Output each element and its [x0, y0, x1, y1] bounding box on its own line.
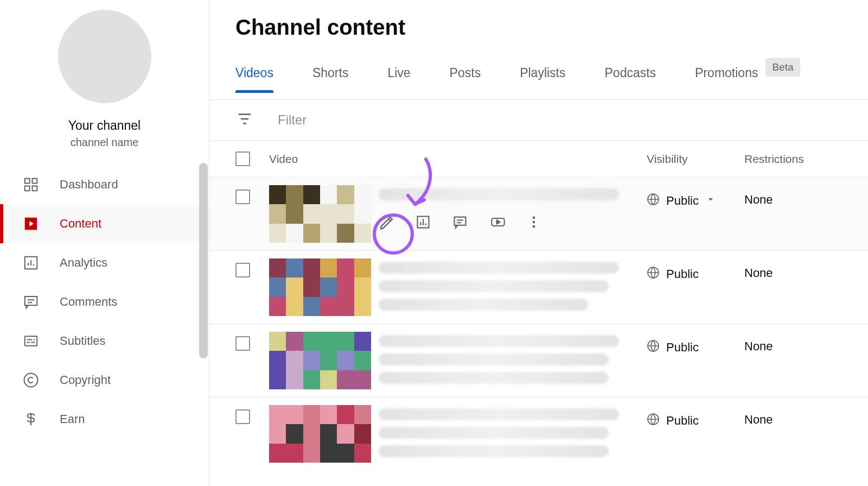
tab-posts[interactable]: Posts [450, 66, 481, 92]
earn-icon [22, 410, 40, 428]
sidebar-item-label: Dashboard [60, 178, 118, 192]
main-content: Channel content Videos Shorts Live Posts… [209, 0, 868, 486]
dashboard-icon [22, 175, 40, 194]
sidebar-item-label: Analytics [60, 256, 107, 270]
visibility-cell[interactable]: Public [647, 332, 744, 356]
table-row[interactable]: Public None [209, 251, 868, 324]
visibility-label: Public [666, 340, 699, 355]
sidebar-item-dashboard[interactable]: Dashboard [0, 165, 209, 204]
channel-name: channel name [71, 136, 139, 149]
svg-rect-26 [455, 217, 466, 225]
globe-icon [647, 266, 660, 282]
sidebar-item-label: Copyright [60, 373, 111, 387]
avatar[interactable] [58, 10, 151, 103]
page-title: Channel content [209, 0, 868, 45]
row-checkbox[interactable] [235, 263, 250, 277]
tab-videos[interactable]: Videos [235, 66, 273, 92]
visibility-cell[interactable]: Public [647, 258, 744, 282]
table-row[interactable]: Public None [209, 324, 868, 397]
sidebar-item-label: Comments [60, 295, 117, 309]
video-desc-blurred [379, 427, 609, 439]
video-desc-blurred [379, 299, 588, 311]
analytics-icon[interactable] [416, 214, 431, 230]
header-video[interactable]: Video [269, 153, 647, 166]
video-desc-blurred [379, 445, 609, 457]
video-title-blurred [379, 262, 619, 274]
comments-icon[interactable] [452, 214, 468, 230]
restrictions-cell: None [744, 405, 842, 427]
sidebar: Your channel channel name Dashboard Cont… [0, 0, 209, 486]
select-all-checkbox[interactable] [235, 152, 250, 166]
svg-rect-0 [25, 179, 30, 184]
more-options-icon[interactable] [526, 214, 541, 230]
beta-badge: Beta [765, 58, 800, 77]
restrictions-cell: None [744, 185, 842, 207]
row-checkbox[interactable] [235, 336, 250, 351]
video-desc-blurred [379, 372, 609, 384]
svg-point-30 [533, 217, 535, 219]
video-thumbnail[interactable] [269, 258, 371, 316]
copyright-icon [22, 371, 40, 389]
tab-label: Promotions [695, 66, 758, 80]
profile-section: Your channel channel name [0, 0, 209, 165]
comments-icon [22, 293, 40, 311]
header-visibility[interactable]: Visibility [647, 153, 744, 166]
svg-rect-1 [33, 179, 37, 184]
svg-point-31 [533, 221, 535, 224]
sidebar-item-earn[interactable]: Earn [0, 400, 209, 439]
globe-icon [647, 193, 660, 209]
video-rows: Public None Public None [209, 178, 868, 470]
table-header: Video Visibility Restrictions [209, 141, 868, 178]
tab-playlists[interactable]: Playlists [520, 66, 565, 92]
sidebar-item-analytics[interactable]: Analytics [0, 243, 209, 282]
row-checkbox[interactable] [235, 190, 250, 204]
content-tabs: Videos Shorts Live Posts Playlists Podca… [209, 45, 868, 100]
table-row[interactable]: Public None [209, 397, 868, 470]
svg-rect-9 [25, 296, 37, 305]
sidebar-item-comments[interactable]: Comments [0, 282, 209, 321]
video-title-blurred [379, 188, 619, 200]
edit-pencil-icon[interactable] [379, 214, 394, 230]
tab-promotions[interactable]: Promotions Beta [695, 58, 800, 99]
sidebar-nav: Dashboard Content Analytics Comments [0, 165, 209, 439]
globe-icon [647, 339, 660, 356]
visibility-cell[interactable]: Public [647, 405, 744, 429]
svg-rect-3 [33, 186, 37, 191]
svg-point-17 [24, 374, 38, 387]
video-desc-blurred [379, 354, 609, 365]
sidebar-item-subtitles[interactable]: Subtitles [0, 321, 209, 361]
table-row[interactable]: Public None [209, 178, 868, 251]
visibility-label: Public [666, 414, 699, 428]
row-checkbox[interactable] [235, 409, 250, 424]
analytics-icon [22, 254, 40, 272]
visibility-cell[interactable]: Public [647, 185, 744, 209]
sidebar-item-content[interactable]: Content [0, 204, 209, 243]
svg-rect-2 [25, 186, 30, 191]
visibility-label: Public [666, 267, 699, 281]
chevron-down-icon [705, 194, 716, 208]
tab-shorts[interactable]: Shorts [312, 66, 348, 92]
globe-icon [647, 413, 660, 429]
tab-live[interactable]: Live [387, 66, 410, 92]
filter-input[interactable] [278, 112, 842, 128]
video-thumbnail[interactable] [269, 405, 371, 463]
video-title-blurred [379, 335, 619, 347]
sidebar-item-label: Earn [60, 412, 85, 426]
svg-line-21 [388, 219, 391, 222]
youtube-watch-icon[interactable] [489, 214, 505, 230]
sidebar-item-label: Content [60, 217, 101, 231]
content-icon [22, 214, 40, 233]
sidebar-item-copyright[interactable]: Copyright [0, 361, 209, 400]
sidebar-scrollbar[interactable] [199, 163, 208, 358]
video-title-blurred [379, 408, 619, 420]
svg-rect-12 [25, 336, 37, 346]
restrictions-cell: None [744, 258, 842, 280]
subtitles-icon [22, 332, 40, 350]
video-thumbnail[interactable] [269, 185, 371, 243]
filter-icon[interactable] [235, 110, 254, 130]
header-restrictions[interactable]: Restrictions [744, 153, 842, 166]
tab-podcasts[interactable]: Podcasts [605, 66, 656, 92]
video-thumbnail[interactable] [269, 332, 371, 389]
visibility-label: Public [666, 194, 699, 208]
channel-title: Your channel [68, 118, 141, 133]
